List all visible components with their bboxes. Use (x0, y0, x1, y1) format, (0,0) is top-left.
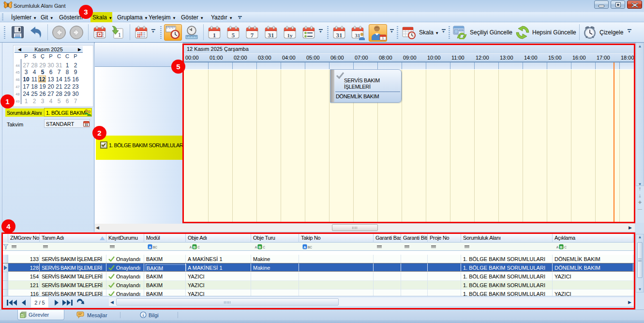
svg-text:31: 31 (85, 123, 89, 126)
svg-text:1: 1 (382, 36, 384, 40)
svg-text:C: C (263, 246, 265, 249)
svg-text:C: C (197, 246, 200, 249)
svg-text:31: 31 (336, 31, 343, 39)
svg-text:BC: BC (153, 246, 157, 249)
svg-text:5: 5 (232, 31, 235, 39)
svg-text:1y: 1y (287, 32, 293, 38)
svg-text:C: C (564, 246, 567, 249)
svg-text:B: B (560, 245, 563, 249)
svg-text:A: A (149, 245, 151, 249)
svg-text:31: 31 (268, 31, 274, 39)
svg-text:B: B (193, 245, 196, 249)
svg-text:1: 1 (118, 31, 121, 38)
svg-text:A: A (556, 246, 559, 249)
svg-text:A: A (303, 245, 306, 249)
svg-text:B: B (258, 245, 261, 249)
svg-text:A: A (190, 246, 192, 249)
svg-text:BC: BC (308, 246, 312, 249)
svg-text:A: A (255, 246, 257, 249)
svg-text:7: 7 (251, 31, 254, 39)
svg-text:1: 1 (213, 31, 216, 39)
